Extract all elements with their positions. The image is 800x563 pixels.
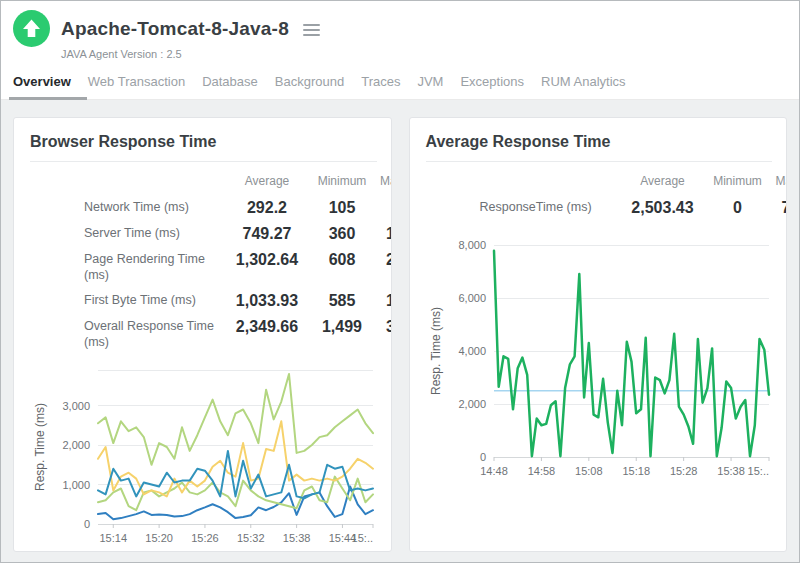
svg-text:15:38: 15:38 bbox=[717, 465, 745, 477]
metric-value: 1,499 bbox=[308, 314, 376, 355]
metric-value: 1,658 bbox=[376, 221, 392, 247]
svg-text:1,000: 1,000 bbox=[62, 478, 90, 490]
metric-value: 2,349.66 bbox=[226, 314, 308, 355]
svg-text:4,000: 4,000 bbox=[458, 345, 486, 357]
table-row: Network Time (ms)292.2105930 bbox=[30, 195, 392, 221]
svg-text:15:18: 15:18 bbox=[622, 465, 650, 477]
apm-dashboard: Apache-Tomcat-8-Java-8 JAVA Agent Versio… bbox=[0, 0, 800, 563]
svg-text:15:20: 15:20 bbox=[145, 532, 173, 544]
metric-value: 0 bbox=[704, 195, 772, 221]
dashboard-content: Browser Response Time AverageMinimumMaxi… bbox=[1, 100, 799, 563]
svg-text:0: 0 bbox=[84, 518, 90, 530]
tab-jvm[interactable]: JVM bbox=[417, 74, 443, 89]
panel-title: Browser Response Time bbox=[30, 131, 377, 162]
y-axis-title: Resp. Time (ms) bbox=[33, 402, 47, 490]
tab-rum-analytics[interactable]: RUM Analytics bbox=[541, 74, 626, 89]
metric-value: 3,807 bbox=[376, 314, 392, 355]
svg-text:2,000: 2,000 bbox=[458, 398, 486, 410]
monitor-title: Apache-Tomcat-8-Java-8 bbox=[61, 18, 289, 40]
metric-value: 360 bbox=[308, 221, 376, 247]
column-header-average: Average bbox=[622, 168, 704, 195]
tab-overview[interactable]: Overview bbox=[13, 74, 71, 89]
svg-text:15:28: 15:28 bbox=[669, 465, 697, 477]
svg-text:15:32: 15:32 bbox=[237, 532, 265, 544]
average-response-time-chart: 02,0004,0006,0008,00014:4814:5815:0815:1… bbox=[426, 235, 775, 487]
svg-text:15:26: 15:26 bbox=[191, 532, 219, 544]
metric-label: Server Time (ms) bbox=[30, 221, 226, 247]
tab-traces[interactable]: Traces bbox=[361, 74, 400, 89]
app-header: Apache-Tomcat-8-Java-8 JAVA Agent Versio… bbox=[1, 1, 799, 60]
metric-value: 2,503.43 bbox=[622, 195, 704, 221]
metric-label: Overall Response Time (ms) bbox=[30, 314, 226, 355]
svg-text:14:58: 14:58 bbox=[527, 465, 555, 477]
metric-value: 749.27 bbox=[226, 221, 308, 247]
stats-table: AverageMinimumMaximumNetwork Time (ms)29… bbox=[30, 168, 392, 356]
metric-value: 1,302.64 bbox=[226, 247, 308, 288]
series-responsetime bbox=[494, 251, 769, 456]
panel-browser-response-time: Browser Response Time AverageMinimumMaxi… bbox=[13, 117, 392, 552]
tab-background[interactable]: Background bbox=[275, 74, 344, 89]
table-row: Overall Response Time (ms)2,349.661,4993… bbox=[30, 314, 392, 355]
svg-text:14:48: 14:48 bbox=[480, 465, 508, 477]
svg-text:6,000: 6,000 bbox=[458, 292, 486, 304]
series-overall-response-time bbox=[98, 373, 373, 464]
tab-exceptions[interactable]: Exceptions bbox=[460, 74, 524, 89]
table-row: First Byte Time (ms)1,033.935851,774 bbox=[30, 288, 392, 314]
panel-title: Average Response Time bbox=[426, 131, 773, 162]
table-row: Server Time (ms)749.273601,658 bbox=[30, 221, 392, 247]
svg-text:15:..: 15:.. bbox=[747, 465, 768, 477]
metric-value: 292.2 bbox=[226, 195, 308, 221]
metric-label: First Byte Time (ms) bbox=[30, 288, 226, 314]
metric-value: 608 bbox=[308, 247, 376, 288]
svg-text:3,000: 3,000 bbox=[62, 399, 90, 411]
agent-version-label: JAVA Agent Version : 2.5 bbox=[61, 48, 785, 60]
tab-web-transaction[interactable]: Web Transaction bbox=[88, 74, 185, 89]
panel-average-response-time: Average Response Time AverageMinimumMaxi… bbox=[409, 117, 788, 552]
column-header-blank bbox=[30, 168, 226, 195]
svg-text:15:14: 15:14 bbox=[100, 532, 128, 544]
metric-label: Network Time (ms) bbox=[30, 195, 226, 221]
column-header-minimum: Minimum bbox=[704, 168, 772, 195]
svg-text:15:08: 15:08 bbox=[575, 465, 603, 477]
metric-value: 7,815 bbox=[772, 195, 788, 221]
stats-table: AverageMinimumMaximumResponseTime (ms)2,… bbox=[426, 168, 788, 221]
metric-value: 2,561 bbox=[376, 247, 392, 288]
metric-label: Page Rendering Time (ms) bbox=[30, 247, 226, 288]
svg-text:2,000: 2,000 bbox=[62, 439, 90, 451]
y-axis-title: Resp. Time (ms) bbox=[429, 307, 443, 395]
column-header-blank bbox=[426, 168, 622, 195]
metric-value: 585 bbox=[308, 288, 376, 314]
svg-text:0: 0 bbox=[479, 451, 485, 463]
browser-response-time-chart: 01,0002,0003,00015:1415:2015:2615:3215:3… bbox=[30, 362, 379, 553]
svg-text:15:..: 15:.. bbox=[352, 532, 373, 544]
metric-label: ResponseTime (ms) bbox=[426, 195, 622, 221]
column-header-minimum: Minimum bbox=[308, 168, 376, 195]
svg-text:8,000: 8,000 bbox=[458, 239, 486, 251]
column-header-average: Average bbox=[226, 168, 308, 195]
metric-value: 930 bbox=[376, 195, 392, 221]
metric-value: 105 bbox=[308, 195, 376, 221]
monitor-status-icon bbox=[13, 10, 50, 47]
metric-value: 1,033.93 bbox=[226, 288, 308, 314]
column-header-maximum: Maximum bbox=[376, 168, 392, 195]
table-row: ResponseTime (ms)2,503.4307,815 bbox=[426, 195, 788, 221]
hamburger-menu-icon[interactable] bbox=[303, 24, 320, 36]
table-row: Page Rendering Time (ms)1,302.646082,561 bbox=[30, 247, 392, 288]
svg-text:15:38: 15:38 bbox=[283, 532, 311, 544]
tab-bar: OverviewWeb TransactionDatabaseBackgroun… bbox=[1, 66, 799, 100]
tab-database[interactable]: Database bbox=[202, 74, 258, 89]
metric-value: 1,774 bbox=[376, 288, 392, 314]
column-header-maximum: Maximum bbox=[772, 168, 788, 195]
